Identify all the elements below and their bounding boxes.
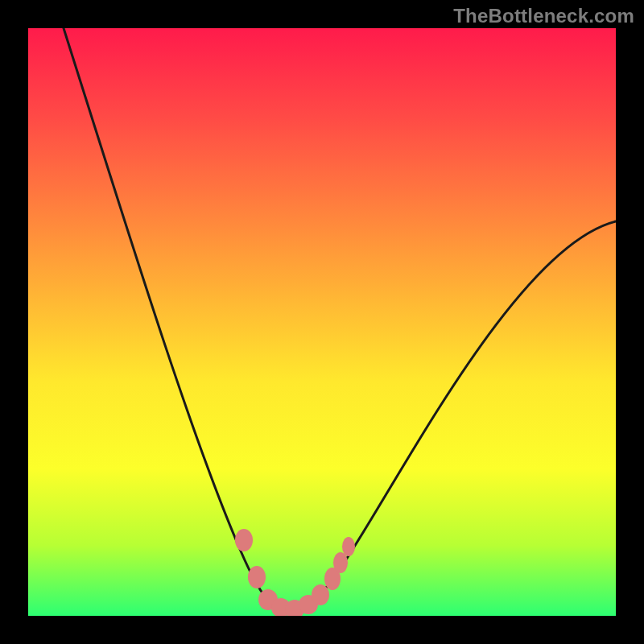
bottleneck-curve-svg (28, 28, 616, 616)
balanced-marker (342, 537, 355, 556)
balanced-marker (248, 566, 266, 588)
balanced-marker-group (235, 529, 355, 616)
balanced-marker (235, 529, 253, 551)
bottleneck-curve-path (64, 28, 616, 610)
watermark-text: TheBottleneck.com (453, 5, 634, 27)
balanced-marker (312, 584, 329, 605)
balanced-marker (333, 552, 348, 573)
chart-frame: TheBottleneck.com (0, 0, 644, 644)
